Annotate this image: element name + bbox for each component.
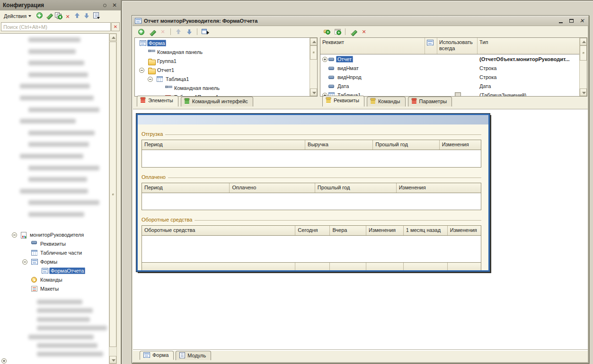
tree-item-label[interactable]: Отчет1: [156, 67, 176, 73]
column-header[interactable]: Вчера: [330, 226, 366, 235]
tree-item[interactable]: Реквизиты: [0, 240, 109, 249]
scroll-down-icon[interactable]: [109, 356, 116, 364]
attribute-row[interactable]: Отчет(ОтчетОбъект.мониторРуководит...: [320, 55, 579, 64]
elements-scrollbar[interactable]: [310, 38, 317, 96]
attribute-name[interactable]: Дата: [336, 83, 350, 89]
tree-item-label[interactable]: Команды: [39, 276, 64, 283]
actions-menu-button[interactable]: Действия: [2, 12, 33, 20]
column-header[interactable]: Период: [142, 183, 230, 193]
attribute-name[interactable]: Отчет: [336, 56, 353, 62]
expand-icon[interactable]: [139, 68, 144, 73]
scroll-thumb[interactable]: [109, 42, 116, 347]
scroll-thumb[interactable]: [310, 45, 317, 60]
expand-icon[interactable]: [322, 57, 327, 62]
tree-item-label[interactable]: Реквизиты: [39, 240, 67, 247]
tree-item[interactable]: Отчет1: [135, 66, 310, 75]
edit-button[interactable]: [147, 27, 157, 36]
scroll-up-icon[interactable]: [580, 38, 587, 45]
tree-item-label[interactable]: Таблица1: [164, 76, 190, 82]
expand-icon[interactable]: [148, 77, 153, 82]
column-header-attribute[interactable]: Реквизит: [320, 38, 425, 54]
close-button[interactable]: [578, 18, 586, 25]
attribute-row[interactable]: видНпродСтрока: [320, 73, 579, 82]
tab-Элементы[interactable]: Элементы: [137, 96, 178, 107]
tree-item-label[interactable]: мониторРуководителя: [28, 231, 85, 238]
tree-item-label[interactable]: Формы: [39, 258, 59, 265]
preview-table[interactable]: ПериодОплаченоПрошлый годИзменения: [142, 183, 481, 210]
tab-Команды[interactable]: Команды: [367, 97, 406, 107]
tree-item[interactable]: Группа1: [135, 57, 310, 66]
expand-icon[interactable]: [22, 259, 27, 265]
form-properties-button[interactable]: [200, 27, 210, 36]
column-header-type[interactable]: Тип: [478, 38, 579, 54]
pin-icon[interactable]: [103, 4, 106, 7]
edit-button[interactable]: [44, 11, 53, 20]
expand-icon[interactable]: [12, 232, 17, 238]
tree-item-label[interactable]: Группа1: [156, 58, 178, 64]
tab-Параметры[interactable]: Параметры: [408, 97, 452, 107]
maximize-button[interactable]: [567, 18, 575, 25]
tab-Реквизиты[interactable]: Реквизиты: [322, 96, 364, 107]
minimize-button[interactable]: [557, 18, 565, 25]
copy-add-button[interactable]: [53, 11, 63, 20]
edit-button[interactable]: [348, 27, 358, 36]
tree-item[interactable]: Команды: [0, 275, 109, 284]
attribute-row[interactable]: видНматСтрока: [320, 64, 579, 73]
column-header[interactable]: Прошлый год: [315, 183, 397, 193]
tree-item[interactable]: Макеты: [0, 284, 109, 293]
tree-item-label[interactable]: Табличные части: [39, 249, 83, 256]
clipped-tree-expander[interactable]: [1, 358, 7, 364]
column-header[interactable]: Сегодня: [295, 226, 330, 235]
attribute-name[interactable]: видНмат: [336, 65, 360, 71]
clear-search-icon[interactable]: [111, 22, 120, 31]
add-tabular-button[interactable]: [333, 27, 342, 36]
tree-item[interactable]: Таблица1: [135, 75, 310, 84]
tree-item[interactable]: мониторРуководителя: [0, 231, 109, 240]
tree-item[interactable]: ФормаОтчета: [0, 266, 109, 275]
move-down-button[interactable]: [185, 27, 194, 36]
add-button[interactable]: [35, 11, 44, 20]
add-button[interactable]: [136, 27, 146, 36]
column-header[interactable]: Изменения: [440, 140, 481, 150]
preview-table[interactable]: ПериодВыручкаПрошлый годИзменения: [142, 140, 481, 168]
tree-item[interactable]: Форма: [135, 39, 310, 48]
tree-item-label[interactable]: ФормаОтчета: [49, 267, 85, 274]
column-header[interactable]: Оплачено: [230, 183, 315, 193]
attribute-name[interactable]: видНпрод: [336, 74, 363, 80]
tab-Форма[interactable]: Форма: [140, 351, 174, 360]
sidebar-scrollbar[interactable]: [109, 33, 117, 364]
delete-button[interactable]: [359, 27, 369, 36]
column-header-form-icon[interactable]: [425, 38, 437, 54]
tree-item[interactable]: Формы: [0, 257, 109, 266]
preview-table[interactable]: Оборотные средстваСегодняВчераИзменения1…: [142, 225, 481, 270]
column-header[interactable]: Изменения: [448, 226, 481, 235]
column-header[interactable]: Оборотные средства: [142, 226, 295, 235]
form-designer-canvas[interactable]: ОтгрузкаПериодВыручкаПрошлый годИзменени…: [133, 109, 588, 351]
tree-item-label[interactable]: Форма: [147, 40, 166, 46]
add-attribute-button[interactable]: [322, 27, 331, 36]
tab-Модуль[interactable]: Модуль: [176, 351, 211, 360]
tab-Командный интерфейс[interactable]: Командный интерфейс: [181, 97, 253, 107]
column-header[interactable]: Выручка: [305, 140, 373, 150]
column-header[interactable]: 1 месяц назад: [404, 226, 448, 235]
tree-item-label[interactable]: Макеты: [39, 285, 60, 292]
window-titlebar[interactable]: Отчет мониторРуководителя: ФормаОтчета: [133, 16, 588, 26]
tree-item-label[interactable]: Командная панель: [173, 85, 221, 91]
column-header-use-always[interactable]: Использовать всегда: [437, 38, 478, 54]
panel-close-icon[interactable]: [111, 2, 118, 9]
move-up-button[interactable]: [174, 27, 183, 36]
move-down-button[interactable]: [82, 11, 91, 20]
attribute-row[interactable]: ДатаДата: [320, 82, 579, 91]
column-header[interactable]: Изменения: [397, 183, 481, 193]
list-button[interactable]: [91, 11, 101, 20]
delete-button[interactable]: [63, 13, 72, 21]
tree-item[interactable]: Командная панель: [135, 84, 310, 93]
delete-button[interactable]: [158, 27, 168, 36]
tree-item-label[interactable]: Командная панель: [156, 49, 204, 55]
scroll-up-icon[interactable]: [310, 38, 317, 45]
tree-item[interactable]: Командная панель: [135, 48, 310, 57]
move-up-button[interactable]: [72, 11, 82, 20]
attributes-scrollbar[interactable]: [579, 38, 587, 96]
tree-item[interactable]: Табличные части: [0, 249, 109, 257]
column-header[interactable]: Период: [142, 140, 305, 150]
